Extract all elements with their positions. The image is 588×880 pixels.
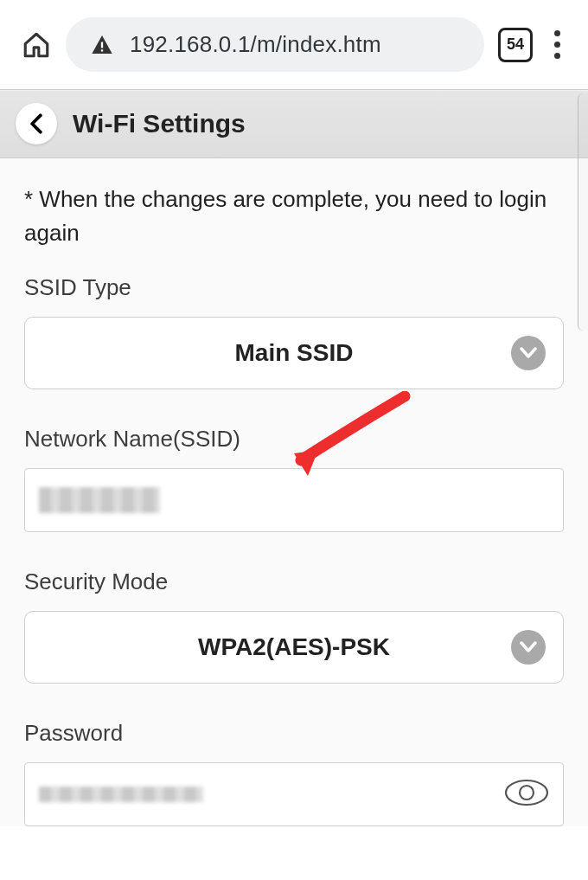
- security-mode-select[interactable]: WPA2(AES)-PSK: [24, 611, 564, 684]
- home-icon[interactable]: [21, 29, 52, 61]
- eye-icon[interactable]: [504, 778, 549, 811]
- browser-bar: 192.168.0.1/m/index.htm 54: [0, 0, 588, 89]
- ssid-type-select[interactable]: Main SSID: [24, 317, 564, 389]
- svg-point-3: [520, 786, 534, 800]
- network-name-label: Network Name(SSID): [24, 426, 564, 453]
- password-label: Password: [24, 720, 564, 747]
- svg-rect-1: [101, 49, 103, 51]
- redacted-value: [39, 487, 160, 513]
- network-name-input[interactable]: [24, 468, 564, 532]
- password-input[interactable]: [24, 762, 564, 826]
- warning-icon: [90, 33, 114, 57]
- page-title: Wi-Fi Settings: [73, 109, 246, 138]
- tabs-count: 54: [507, 35, 524, 54]
- url-text: 192.168.0.1/m/index.htm: [130, 31, 381, 58]
- security-mode-value: WPA2(AES)-PSK: [198, 633, 390, 661]
- redacted-value: [39, 787, 203, 802]
- url-bar[interactable]: 192.168.0.1/m/index.htm: [66, 17, 484, 72]
- ssid-type-label: SSID Type: [24, 274, 564, 301]
- ssid-type-value: Main SSID: [235, 339, 354, 367]
- scrollbar-hint[interactable]: [578, 93, 588, 331]
- svg-rect-0: [101, 42, 103, 48]
- menu-dots-icon[interactable]: [546, 30, 567, 59]
- tabs-count-badge[interactable]: 54: [498, 28, 533, 62]
- login-notice: * When the changes are complete, you nee…: [24, 183, 564, 250]
- chevron-down-icon: [511, 630, 546, 665]
- chevron-down-icon: [511, 336, 546, 370]
- svg-point-2: [506, 780, 547, 805]
- page-header: Wi-Fi Settings: [0, 89, 588, 158]
- security-mode-label: Security Mode: [24, 568, 564, 595]
- chevron-left-icon: [29, 113, 44, 134]
- content-area: * When the changes are complete, you nee…: [0, 158, 588, 826]
- back-button[interactable]: [16, 103, 57, 145]
